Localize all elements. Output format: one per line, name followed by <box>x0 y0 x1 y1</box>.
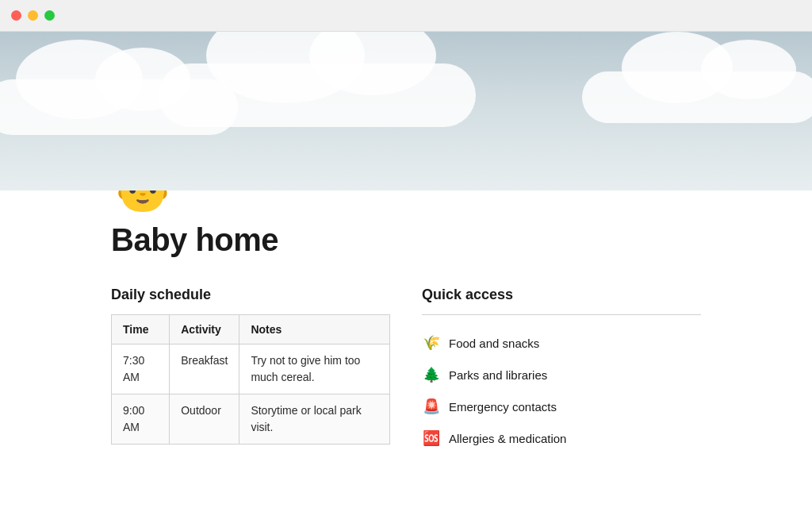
quick-access-section: Quick access 🌾 Food and snacks 🌲 Parks a… <box>422 287 701 453</box>
daily-schedule-section: Daily schedule Time Activity Notes 7:30 … <box>111 287 390 444</box>
minimize-button[interactable] <box>28 10 38 21</box>
col-activity: Activity <box>170 315 239 344</box>
maximize-button[interactable] <box>44 10 55 21</box>
titlebar <box>0 0 812 32</box>
parks-label: Parks and libraries <box>449 368 547 382</box>
table-row: 7:30 AM Breakfast Try not to give him to… <box>112 344 390 394</box>
section-divider <box>422 314 701 315</box>
emergency-label: Emergency contacts <box>449 400 557 414</box>
allergies-icon: 🆘 <box>422 429 441 447</box>
close-button[interactable] <box>11 10 21 21</box>
quick-access-item-emergency[interactable]: 🚨 Emergency contacts <box>422 391 701 421</box>
row0-notes: Try not to give him too much cereal. <box>239 344 390 394</box>
cover-image <box>0 32 812 190</box>
schedule-table: Time Activity Notes 7:30 AM Breakfast Tr… <box>111 314 390 444</box>
page-content: 👶 Baby home Daily schedule Time Activity… <box>0 159 812 453</box>
emergency-icon: 🚨 <box>422 398 441 415</box>
col-notes: Notes <box>239 315 390 344</box>
col-time: Time <box>112 315 170 344</box>
table-row: 9:00 AM Outdoor Storytime or local park … <box>112 394 390 444</box>
page-title: Baby home <box>111 222 701 258</box>
quick-access-title: Quick access <box>422 287 701 303</box>
row1-activity: Outdoor <box>170 394 239 444</box>
content-grid: Daily schedule Time Activity Notes 7:30 … <box>111 287 701 453</box>
allergies-label: Allergies & medication <box>449 432 566 445</box>
row1-time: 9:00 AM <box>112 394 170 444</box>
quick-access-item-food[interactable]: 🌾 Food and snacks <box>422 328 701 358</box>
food-label: Food and snacks <box>449 337 539 350</box>
food-icon: 🌾 <box>422 334 441 352</box>
parks-icon: 🌲 <box>422 366 441 383</box>
row0-activity: Breakfast <box>170 344 239 394</box>
quick-access-item-allergies[interactable]: 🆘 Allergies & medication <box>422 423 701 453</box>
row0-time: 7:30 AM <box>112 344 170 394</box>
row1-notes: Storytime or local park visit. <box>239 394 390 444</box>
daily-schedule-title: Daily schedule <box>111 287 390 303</box>
quick-access-item-parks[interactable]: 🌲 Parks and libraries <box>422 360 701 390</box>
quick-access-list: 🌾 Food and snacks 🌲 Parks and libraries … <box>422 328 701 453</box>
